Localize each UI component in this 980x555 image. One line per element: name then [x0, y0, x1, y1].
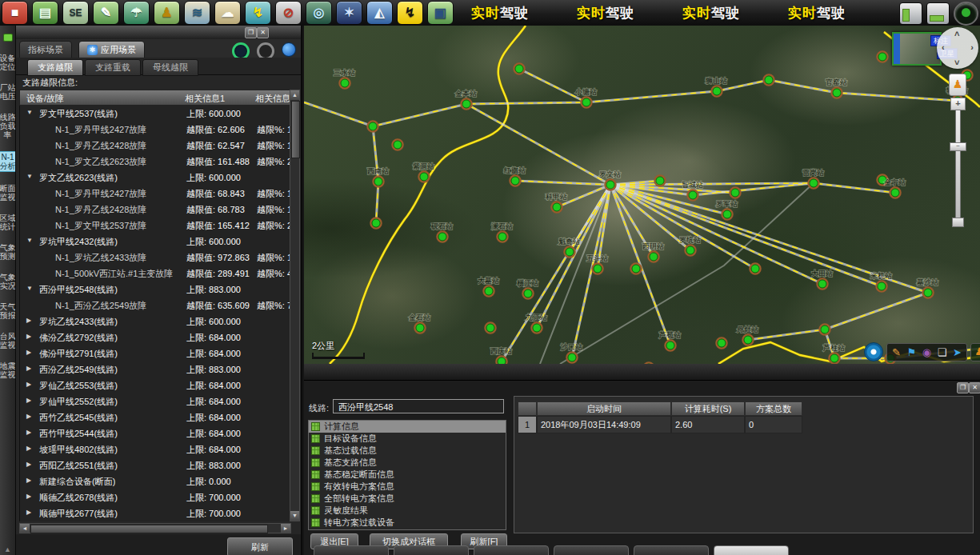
tab-application-scene[interactable]: ✱ 应用场景: [78, 41, 145, 58]
measure-pencil-icon[interactable]: ✎: [890, 345, 903, 360]
result-category-基态过载信息[interactable]: 基态过载信息: [309, 445, 506, 457]
app-icon-laptop-user[interactable]: ▣: [427, 1, 454, 25]
close-icon[interactable]: ✕: [257, 27, 269, 38]
table-row[interactable]: ▼西汾甲线2548(线路)上限: 883.000: [20, 281, 292, 297]
line-name-input[interactable]: 西汾甲线2548: [333, 399, 504, 413]
sidebar-item-气象预测[interactable]: 气象预测: [0, 243, 16, 261]
street-person-icon[interactable]: ♟: [970, 343, 980, 361]
station-marker[interactable]: [372, 219, 380, 227]
zoom-in-button[interactable]: +: [950, 98, 966, 110]
footer-tab-1[interactable]: [314, 545, 389, 555]
sidebar-item-地震监视[interactable]: 地震监视: [0, 361, 16, 379]
restore-icon[interactable]: ❐: [245, 27, 257, 38]
app-icon-hazard-lightning[interactable]: ↯: [397, 1, 423, 25]
refresh-button[interactable]: 刷新: [227, 537, 293, 555]
table-row[interactable]: ▶西汾乙线2549(线路)上限: 883.000: [20, 361, 292, 377]
horizontal-scrollbar[interactable]: ◄ ►: [19, 523, 291, 533]
col-total[interactable]: 方案总数: [745, 401, 802, 416]
station-marker[interactable]: [438, 233, 446, 241]
sidebar-item-天气预报[interactable]: 天气预报: [0, 302, 16, 320]
flag-icon[interactable]: ⚑: [905, 345, 918, 360]
scroll-left-arrow-icon[interactable]: ◄: [20, 524, 30, 533]
play-button[interactable]: [282, 42, 296, 57]
col-info1[interactable]: 相关信息1: [185, 93, 225, 105]
table-row[interactable]: ▼罗文甲线2537(线路)上限: 600.000: [20, 106, 292, 122]
table-row[interactable]: ▶佛汾乙线2792(线路)上限: 684.000: [20, 329, 292, 345]
table-row[interactable]: ▶罗仙乙线2553(线路)上限: 684.000: [20, 377, 292, 393]
app-icon-person-alert[interactable]: ♟: [154, 1, 180, 25]
station-marker[interactable]: [374, 178, 382, 186]
station-marker[interactable]: [515, 65, 523, 73]
expander-icon[interactable]: ▶: [26, 413, 31, 420]
expander-icon[interactable]: ▶: [26, 493, 31, 500]
station-marker[interactable]: [833, 89, 841, 97]
station-marker[interactable]: [878, 282, 886, 290]
station-marker[interactable]: [689, 191, 697, 199]
sidebar-item-区域统计[interactable]: 区域统计: [0, 214, 16, 231]
station-marker[interactable]: [594, 265, 602, 273]
expander-icon[interactable]: ▶: [26, 429, 31, 436]
subtab-支路重载[interactable]: 支路重载: [85, 59, 141, 76]
label-icon[interactable]: ❏: [935, 345, 949, 360]
expander-icon[interactable]: ▶: [26, 333, 31, 340]
table-row[interactable]: ▶西竹甲线2544(线路)上限: 684.000: [20, 425, 292, 441]
expander-icon[interactable]: ▼: [26, 109, 33, 116]
map-pan-control[interactable]: ˄ ˅ ‹ ›: [937, 27, 978, 69]
table-row[interactable]: ▶西阳乙线2551(线路)上限: 883.000: [20, 457, 292, 473]
expander-icon[interactable]: ▶: [26, 349, 31, 356]
station-marker[interactable]: [369, 122, 377, 130]
station-marker[interactable]: [566, 248, 574, 256]
window-layout-icon-2[interactable]: [926, 2, 950, 25]
col-duration[interactable]: 计算耗时(S): [671, 401, 745, 416]
app-icon-network[interactable]: ✶: [336, 1, 362, 25]
scroll-down-arrow-icon[interactable]: ▼: [290, 511, 299, 521]
app-icon-stop[interactable]: ■: [2, 1, 28, 25]
station-marker[interactable]: [606, 181, 614, 189]
table-row[interactable]: ▶罗坑乙线2433(线路)上限: 600.000: [20, 313, 292, 329]
station-marker[interactable]: [498, 233, 506, 241]
expander-icon[interactable]: ▶: [26, 509, 31, 516]
table-row[interactable]: ▶顺德甲线2677(线路)上限: 700.000: [20, 505, 292, 521]
station-marker[interactable]: [924, 289, 932, 297]
station-marker[interactable]: [713, 87, 721, 95]
scroll-right-arrow-icon[interactable]: ►: [281, 524, 290, 533]
station-marker[interactable]: [878, 53, 886, 61]
station-marker[interactable]: [524, 289, 532, 297]
table-row[interactable]: N-1_西汾乙线2549故障越限值: 635.609越限%: 71.9: [20, 297, 292, 313]
footer-tab-6[interactable]: [714, 545, 789, 555]
app-icon-meter[interactable]: ▤: [32, 1, 58, 25]
table-row[interactable]: N-1_500kV西江站.#1主变故障越限值: 289.491越限%: 48.2: [20, 266, 292, 281]
sidebar-item-台风监视[interactable]: 台风监视: [0, 332, 16, 349]
result-category-灵敏度结果[interactable]: 灵敏度结果: [309, 505, 506, 517]
station-marker[interactable]: [731, 189, 739, 197]
station-marker[interactable]: [810, 179, 818, 187]
app-icon-chart-mountain[interactable]: ◭: [366, 1, 393, 25]
station-marker[interactable]: [553, 203, 561, 211]
zoom-slider-handle[interactable]: −: [950, 142, 966, 151]
table-row[interactable]: N-1_罗文甲线2537故障越限值: 165.412越限%: 27.5: [20, 218, 292, 234]
table-row[interactable]: N-1_罗文乙线2623故障越限值: 161.488越限%: 26.9: [20, 154, 292, 170]
vertical-scrollbar[interactable]: ▲ ▼: [290, 90, 300, 521]
result-row[interactable]: 1 2018年09月03日14:49:09 2.60 0: [518, 416, 802, 433]
station-marker[interactable]: [533, 324, 541, 332]
sidebar-item-断面监视[interactable]: 断面监视: [0, 184, 16, 202]
target-circle-icon[interactable]: [864, 342, 883, 361]
app-icon-rain-cloud[interactable]: ☂: [123, 1, 150, 25]
station-marker[interactable]: [498, 357, 506, 364]
table-row[interactable]: ▶坡瑶甲线4802(线路)上限: 684.000: [20, 441, 292, 457]
expander-icon[interactable]: ▼: [26, 285, 33, 292]
pin-icon[interactable]: ◉: [920, 345, 934, 360]
station-marker[interactable]: [632, 265, 640, 273]
station-marker[interactable]: [821, 325, 829, 333]
app-icon-layers-error[interactable]: ⊘: [275, 1, 302, 25]
station-marker[interactable]: [891, 189, 899, 197]
expander-icon[interactable]: ▶: [26, 381, 31, 388]
station-marker[interactable]: [818, 280, 826, 288]
station-marker[interactable]: [666, 341, 674, 349]
table-row[interactable]: N-1_罗丹乙线2428故障越限值: 68.783越限%: 11.4: [20, 202, 292, 218]
app-icon-cloud[interactable]: ☁: [214, 1, 241, 25]
sidebar-scroll-arrow-icon[interactable]: ▲: [4, 545, 11, 555]
station-marker[interactable]: [341, 79, 349, 87]
col-start-time[interactable]: 启动时间: [537, 401, 671, 416]
station-marker[interactable]: [485, 287, 493, 295]
